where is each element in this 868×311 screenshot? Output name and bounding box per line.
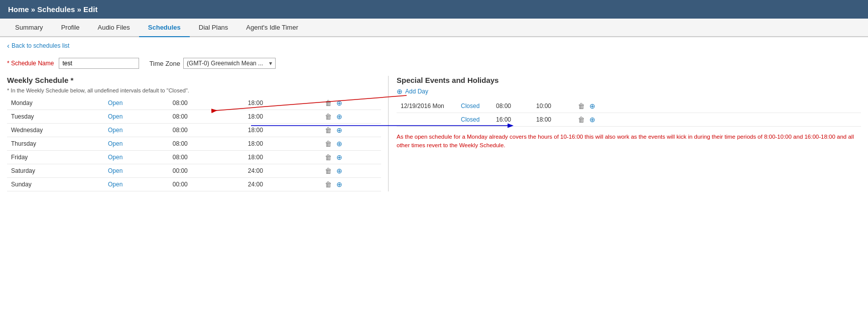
delete-monday[interactable]: 🗑	[323, 99, 333, 107]
timezone-value: (GMT-0) Greenwich Mean ...	[187, 60, 263, 67]
table-row: Friday Open 08:00 18:00 🗑 ⊕	[7, 151, 381, 164]
tab-audio-files[interactable]: Audio Files	[88, 19, 139, 37]
events-table: 12/19/2016 Mon Closed 08:00 10:00 🗑 ⊕ Cl	[397, 99, 861, 127]
add-event-1[interactable]: ⊕	[588, 102, 597, 110]
delete-sunday[interactable]: 🗑	[323, 180, 333, 188]
add-day-button[interactable]: Add Day	[397, 87, 861, 95]
start-monday: 08:00	[169, 96, 244, 110]
weekly-schedule-table: Monday Open 08:00 18:00 🗑 ⊕ Tuesday	[7, 96, 381, 191]
timezone-dropdown[interactable]: (GMT-0) Greenwich Mean ...	[183, 58, 276, 69]
end-sunday: 24:00	[244, 178, 319, 191]
table-row: Saturday Open 00:00 24:00 🗑 ⊕	[7, 164, 381, 178]
status-friday: Open	[104, 151, 169, 164]
table-row: Sunday Open 00:00 24:00 🗑 ⊕	[7, 178, 381, 191]
actions-friday: 🗑 ⊕	[319, 151, 381, 164]
day-monday: Monday	[7, 96, 104, 110]
tab-profile[interactable]: Profile	[52, 19, 89, 37]
end-friday: 18:00	[244, 151, 319, 164]
start-friday: 08:00	[169, 151, 244, 164]
day-sunday: Sunday	[7, 178, 104, 191]
add-wednesday[interactable]: ⊕	[335, 126, 344, 134]
tab-summary[interactable]: Summary	[6, 19, 52, 37]
event-status-1: Closed	[457, 99, 492, 113]
schedule-name-input[interactable]	[59, 58, 139, 69]
start-sunday: 00:00	[169, 178, 244, 191]
table-row: 12/19/2016 Mon Closed 08:00 10:00 🗑 ⊕	[397, 99, 861, 113]
delete-tuesday[interactable]: 🗑	[323, 113, 333, 121]
weekly-schedule-section: Weekly Schedule * * In the Weekly Schedu…	[7, 76, 389, 191]
add-friday[interactable]: ⊕	[335, 153, 344, 161]
delete-saturday[interactable]: 🗑	[323, 167, 333, 175]
start-saturday: 00:00	[169, 164, 244, 178]
table-row: Closed 16:00 18:00 🗑 ⊕	[397, 113, 861, 127]
delete-wednesday[interactable]: 🗑	[323, 126, 333, 134]
add-day-label: Add Day	[405, 88, 428, 95]
event-date-1: 12/19/2016 Mon	[397, 99, 457, 113]
special-events-section: Special Events and Holidays Add Day 12/1…	[389, 76, 861, 191]
actions-wednesday: 🗑 ⊕	[319, 124, 381, 137]
timezone-select: Time Zone (GMT-0) Greenwich Mean ...	[149, 58, 276, 69]
start-wednesday: 08:00	[169, 124, 244, 137]
status-tuesday: Open	[104, 110, 169, 124]
end-thursday: 18:00	[244, 137, 319, 151]
actions-sunday: 🗑 ⊕	[319, 178, 381, 191]
add-monday[interactable]: ⊕	[335, 99, 344, 107]
actions-tuesday: 🗑 ⊕	[319, 110, 381, 124]
status-monday: Open	[104, 96, 169, 110]
delete-friday[interactable]: 🗑	[323, 153, 333, 161]
end-wednesday: 18:00	[244, 124, 319, 137]
event-start-1: 08:00	[492, 99, 532, 113]
event-end-1: 10:00	[532, 99, 572, 113]
title-bar: Home » Schedules » Edit	[0, 0, 868, 19]
info-text: As the open schedule for a Monday alread…	[397, 133, 861, 150]
status-wednesday: Open	[104, 124, 169, 137]
end-tuesday: 18:00	[244, 110, 319, 124]
start-tuesday: 08:00	[169, 110, 244, 124]
event-end-2: 18:00	[532, 113, 572, 127]
day-saturday: Saturday	[7, 164, 104, 178]
form-row: * Schedule Name Time Zone (GMT-0) Greenw…	[7, 58, 861, 69]
status-saturday: Open	[104, 164, 169, 178]
end-saturday: 24:00	[244, 164, 319, 178]
end-monday: 18:00	[244, 96, 319, 110]
day-wednesday: Wednesday	[7, 124, 104, 137]
tab-schedules[interactable]: Schedules	[139, 19, 190, 37]
table-row: Wednesday Open 08:00 18:00 🗑 ⊕	[7, 124, 381, 137]
add-tuesday[interactable]: ⊕	[335, 113, 344, 121]
event-actions-2: 🗑 ⊕	[572, 113, 861, 127]
status-sunday: Open	[104, 178, 169, 191]
add-sunday[interactable]: ⊕	[335, 180, 344, 188]
add-saturday[interactable]: ⊕	[335, 167, 344, 175]
start-thursday: 08:00	[169, 137, 244, 151]
weekly-schedule-hint: * In the Weekly Schedule below, all unde…	[7, 87, 381, 93]
special-events-title: Special Events and Holidays	[397, 76, 861, 84]
schedule-name-label: * Schedule Name	[7, 60, 54, 67]
timezone-label: Time Zone	[149, 60, 180, 67]
tab-dial-plans[interactable]: Dial Plans	[190, 19, 237, 37]
add-event-2[interactable]: ⊕	[588, 116, 597, 124]
tabs-bar: Summary Profile Audio Files Schedules Di…	[0, 19, 868, 37]
table-row: Monday Open 08:00 18:00 🗑 ⊕	[7, 96, 381, 110]
page-title: Home » Schedules » Edit	[8, 5, 97, 14]
two-col-layout: Weekly Schedule * * In the Weekly Schedu…	[7, 76, 861, 191]
tab-agents-idle-timer[interactable]: Agent's Idle Timer	[237, 19, 307, 37]
add-thursday[interactable]: ⊕	[335, 140, 344, 148]
day-thursday: Thursday	[7, 137, 104, 151]
event-start-2: 16:00	[492, 113, 532, 127]
status-thursday: Open	[104, 137, 169, 151]
event-actions-1: 🗑 ⊕	[572, 99, 861, 113]
delete-event-1[interactable]: 🗑	[576, 102, 586, 110]
day-friday: Friday	[7, 151, 104, 164]
table-row: Thursday Open 08:00 18:00 🗑 ⊕	[7, 137, 381, 151]
back-link[interactable]: Back to schedules list	[0, 37, 868, 54]
delete-thursday[interactable]: 🗑	[323, 140, 333, 148]
delete-event-2[interactable]: 🗑	[576, 116, 586, 124]
event-date-2	[397, 113, 457, 127]
day-tuesday: Tuesday	[7, 110, 104, 124]
weekly-schedule-title: Weekly Schedule *	[7, 76, 381, 84]
actions-monday: 🗑 ⊕	[319, 96, 381, 110]
table-row: Tuesday Open 08:00 18:00 🗑 ⊕	[7, 110, 381, 124]
event-status-2: Closed	[457, 113, 492, 127]
actions-saturday: 🗑 ⊕	[319, 164, 381, 178]
actions-thursday: 🗑 ⊕	[319, 137, 381, 151]
